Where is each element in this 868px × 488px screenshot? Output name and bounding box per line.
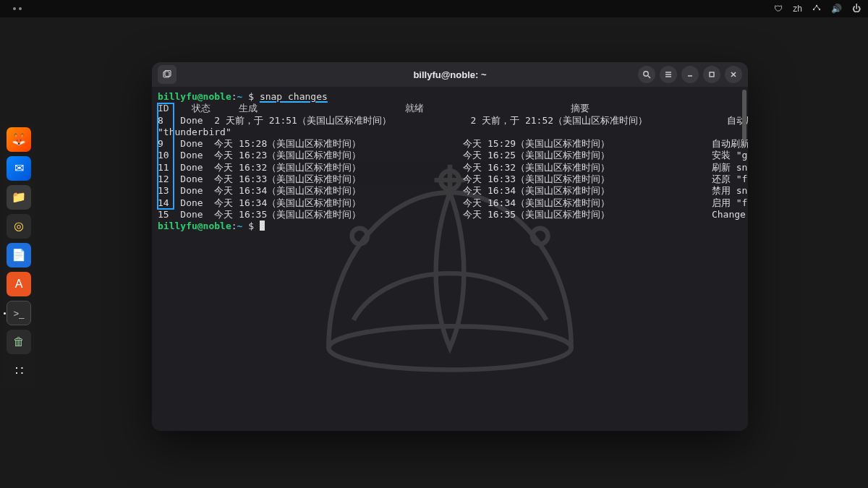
top-bar: 🛡 zh 🔊 ⏻ [0, 0, 868, 17]
dock-item-thunderbird[interactable]: ✉ [7, 156, 31, 181]
window-title: billyfu@noble: ~ [152, 69, 748, 80]
close-button[interactable] [725, 66, 742, 83]
files-icon: 📁 [12, 192, 26, 203]
svg-point-5 [644, 72, 648, 76]
titlebar[interactable]: billyfu@noble: ~ [152, 62, 748, 87]
new-tab-icon [163, 70, 171, 79]
terminal-line: 15 Done 今天 16:35（美国山区标准时间） 今天 16:35（美国山区… [158, 209, 744, 221]
search-button[interactable] [638, 66, 655, 83]
dock-item-files[interactable]: 📁 [7, 185, 31, 210]
dock-item-terminal[interactable]: >_ [7, 301, 31, 325]
thunderbird-icon: ✉ [14, 163, 24, 174]
dock-item-writer[interactable]: 📄 [7, 243, 31, 267]
trash-icon: 🗑 [13, 336, 25, 348]
writer-icon: 📄 [12, 249, 26, 261]
dock-item-show-applications[interactable]: ∷ [7, 359, 31, 383]
terminal-line: 9 Done 今天 15:28（美国山区标准时间） 今天 15:29（美国山区标… [158, 138, 744, 150]
power-icon[interactable]: ⏻ [852, 4, 861, 14]
dock-item-software[interactable]: A [7, 272, 31, 296]
terminal-window: billyfu@noble: ~ [152, 62, 748, 431]
maximize-icon [707, 70, 716, 79]
terminal-line: 8 Done 2 天前，于 21:51（美国山区标准时间） 2 天前，于 21:… [158, 115, 744, 127]
cursor [260, 221, 265, 231]
hamburger-icon [664, 70, 673, 79]
input-method-indicator[interactable]: zh [793, 4, 802, 14]
svg-line-6 [648, 76, 650, 78]
minimize-icon [686, 70, 694, 79]
terminal-line: billyfu@noble:~ $ snap changes [158, 91, 744, 103]
volume-icon[interactable]: 🔊 [831, 4, 842, 14]
dock: 🦊 ✉ 📁 ◎ 📄 A >_ 🗑 ∷ [3, 123, 35, 388]
terminal-line: "thunderbird" [158, 127, 744, 138]
new-tab-button[interactable] [158, 65, 176, 84]
terminal-body[interactable]: billyfu@noble:~ $ snap changesID 状态 生成 就… [152, 87, 748, 431]
maximize-button[interactable] [703, 66, 720, 83]
svg-point-14 [328, 327, 571, 370]
terminal-line: 11 Done 今天 16:32（美国山区标准时间） 今天 16:32（美国山区… [158, 162, 744, 174]
network-icon[interactable] [812, 4, 821, 14]
scrollbar[interactable] [742, 90, 746, 428]
rhythmbox-icon: ◎ [14, 221, 24, 232]
dock-item-firefox[interactable]: 🦊 [7, 127, 31, 152]
terminal-line: ID 状态 生成 就绪 摘要 [158, 103, 744, 114]
activities-indicator[interactable] [13, 7, 22, 10]
software-icon: A [15, 278, 23, 290]
firefox-icon: 🦊 [12, 134, 26, 145]
scrollbar-thumb[interactable] [742, 90, 746, 140]
terminal-line: 13 Done 今天 16:34（美国山区标准时间） 今天 16:34（美国山区… [158, 185, 744, 197]
dock-item-trash[interactable]: 🗑 [7, 330, 31, 354]
search-icon [642, 70, 651, 79]
terminal-line: 12 Done 今天 16:33（美国山区标准时间） 今天 16:33（美国山区… [158, 174, 744, 185]
svg-rect-11 [710, 72, 714, 77]
close-icon [729, 70, 738, 79]
menu-button[interactable] [660, 66, 677, 83]
terminal-line: 14 Done 今天 16:34（美国山区标准时间） 今天 16:34（美国山区… [158, 197, 744, 209]
minimize-button[interactable] [681, 66, 699, 83]
terminal-line: 10 Done 今天 16:23（美国山区标准时间） 今天 16:25（美国山区… [158, 150, 744, 161]
apps-grid-icon: ∷ [15, 364, 23, 377]
terminal-icon: >_ [14, 309, 25, 318]
dock-item-rhythmbox[interactable]: ◎ [7, 214, 31, 239]
terminal-line: billyfu@noble:~ $ [158, 221, 744, 232]
shield-icon[interactable]: 🛡 [774, 4, 783, 14]
